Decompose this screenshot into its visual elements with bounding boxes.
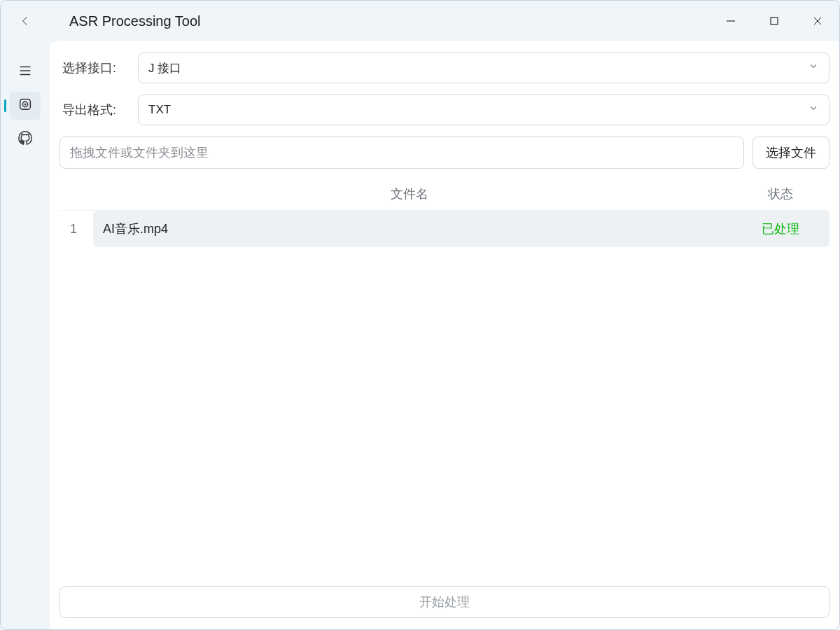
export-format-value: TXT [148,103,171,117]
close-button[interactable] [796,1,839,41]
sidebar-item-menu[interactable] [10,58,41,86]
app-window: ASR Processing Tool [0,0,840,630]
interface-value: J 接口 [148,60,181,76]
window-title: ASR Processing Tool [69,13,201,29]
chevron-down-icon [808,103,819,118]
file-row: 拖拽文件或文件夹到这里 选择文件 [59,136,830,169]
svg-rect-1 [771,18,778,24]
row-status: 已处理 [732,211,830,247]
interface-row: 选择接口: J 接口 [59,52,830,83]
back-button[interactable] [1,1,50,41]
menu-icon [18,63,33,81]
table-header: 文件名 状态 [59,177,830,211]
chevron-down-icon [808,61,819,76]
file-drop-zone[interactable]: 拖拽文件或文件夹到这里 [59,136,744,169]
footer: 开始处理 [59,579,830,618]
sidebar [1,41,50,629]
col-status-header: 状态 [732,186,830,202]
title-bar: ASR Processing Tool [1,1,839,41]
sidebar-item-github[interactable] [10,125,41,153]
minimize-button[interactable] [709,1,752,41]
row-filename: AI音乐.mp4 [93,211,732,247]
start-processing-button[interactable]: 开始处理 [59,586,830,618]
record-icon [18,97,33,115]
interface-label: 选择接口: [59,59,124,76]
col-filename-header: 文件名 [88,186,732,202]
body: 选择接口: J 接口 导出格式: TXT 拖拽文件或文件 [1,41,839,629]
choose-file-button[interactable]: 选择文件 [752,136,830,169]
file-table: 文件名 状态 1AI音乐.mp4已处理 [59,177,830,579]
content-panel: 选择接口: J 接口 导出格式: TXT 拖拽文件或文件 [50,41,839,629]
maximize-button[interactable] [752,1,796,41]
table-body: 1AI音乐.mp4已处理 [59,211,830,579]
github-icon [18,130,33,148]
table-row[interactable]: 1AI音乐.mp4已处理 [59,211,830,247]
sidebar-item-record[interactable] [10,92,41,120]
export-format-row: 导出格式: TXT [59,94,830,125]
export-format-select[interactable]: TXT [138,94,830,125]
interface-select[interactable]: J 接口 [138,52,830,83]
export-format-label: 导出格式: [59,102,124,118]
window-controls [709,1,839,41]
svg-point-9 [24,104,27,106]
row-index: 1 [59,211,88,247]
